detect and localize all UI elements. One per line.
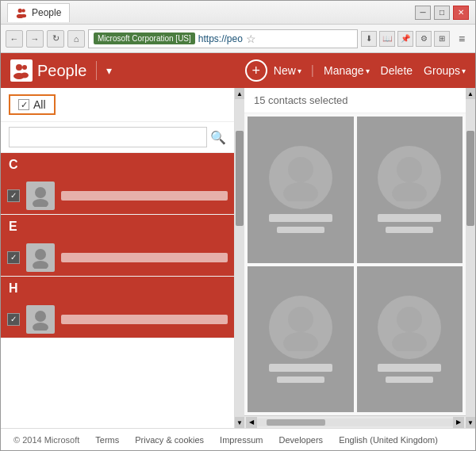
svg-point-10 (35, 249, 46, 260)
forward-button[interactable]: → (26, 30, 44, 48)
tab-title: People (32, 7, 61, 18)
contact-checkbox[interactable]: ✓ (7, 189, 20, 202)
address-bar: ← → ↻ ⌂ Microsoft Corporation [US] https… (1, 25, 475, 53)
right-scroll-up-button[interactable]: ▲ (466, 88, 475, 99)
privacy-link[interactable]: Privacy & cookies (135, 435, 204, 445)
contact-card[interactable] (357, 266, 463, 413)
manage-button[interactable]: Manage ▾ (324, 64, 370, 77)
bookmark-icon[interactable]: ☆ (246, 32, 256, 45)
svg-point-4 (16, 64, 22, 71)
contact-name-bar (61, 253, 228, 262)
browser-tab[interactable]: People (7, 3, 70, 22)
tools-icon[interactable]: ⚙ (416, 31, 432, 47)
avatar-icon (29, 185, 52, 207)
maximize-button[interactable]: □ (434, 6, 450, 20)
layers-icon[interactable]: ⊞ (434, 31, 450, 47)
contact-checkbox[interactable]: ✓ (7, 313, 20, 326)
contact-card[interactable] (248, 117, 354, 263)
footer: © 2014 Microsoft Terms Privacy & cookies… (1, 428, 475, 450)
selected-count: 15 contacts selected (244, 88, 466, 113)
right-scrollbar: ▲ ▼ (466, 88, 475, 428)
scroll-up-button[interactable]: ▲ (235, 88, 244, 99)
check-icon: ✓ (10, 191, 17, 200)
avatar-large-icon (386, 154, 433, 201)
impressum-link[interactable]: Impressum (220, 435, 263, 445)
section-h-header: H (1, 277, 234, 300)
svg-point-5 (22, 65, 27, 70)
main-content: ✓ All 🔍 C ✓ (1, 88, 475, 428)
section-c-header: C (1, 153, 234, 177)
people-tab-icon (16, 7, 27, 18)
close-button[interactable]: ✕ (453, 6, 469, 20)
svg-point-9 (33, 199, 48, 207)
svg-point-14 (288, 157, 313, 182)
h-scroll-thumb[interactable] (267, 419, 325, 426)
right-scrollbar-thumb[interactable] (466, 131, 474, 226)
scrollbar-thumb[interactable] (236, 131, 244, 226)
horizontal-scrollbar: ◀ ▶ (244, 415, 466, 428)
delete-button[interactable]: Delete (381, 64, 413, 77)
h-scroll-left-button[interactable]: ◀ (246, 417, 257, 428)
contact-checkbox[interactable]: ✓ (7, 251, 20, 264)
search-bar: 🔍 (1, 122, 234, 153)
h-scroll-right-button[interactable]: ▶ (453, 417, 464, 428)
avatar (26, 305, 55, 334)
check-icon: ✓ (10, 253, 17, 262)
groups-chevron-icon: ▾ (462, 67, 466, 75)
groups-button[interactable]: Groups ▾ (424, 64, 466, 77)
url-bar[interactable]: Microsoft Corporation [US] https://peo ☆ (88, 29, 358, 48)
svg-point-18 (288, 307, 313, 332)
contact-row[interactable]: ✓ (1, 177, 234, 215)
manage-chevron-icon: ▾ (366, 67, 370, 75)
home-button[interactable]: ⌂ (67, 30, 85, 48)
avatar-large (378, 146, 441, 209)
left-scrollbar: ▲ ▼ (235, 88, 244, 428)
app-title: People (37, 62, 86, 80)
avatar-large (378, 296, 441, 359)
avatar-icon (29, 247, 52, 269)
svg-point-12 (35, 311, 46, 322)
search-button[interactable]: 🔍 (210, 130, 226, 145)
new-button[interactable]: New ▾ (274, 64, 301, 77)
contact-name-bar (61, 315, 228, 324)
right-scroll-down-button[interactable]: ▼ (466, 417, 475, 428)
contact-card[interactable] (248, 266, 354, 413)
app-header: People ▾ + New ▾ | Manage ▾ Delete Group… (1, 53, 475, 88)
section-e-header: E (1, 215, 234, 239)
terms-link[interactable]: Terms (95, 435, 119, 445)
main-window: People ─ □ ✕ ← → ↻ ⌂ Microsoft Corporati… (0, 0, 476, 451)
name-line2 (277, 227, 324, 233)
avatar-large (269, 296, 332, 359)
developers-link[interactable]: Developers (278, 435, 323, 445)
people-logo-svg (13, 62, 30, 79)
refresh-button[interactable]: ↻ (47, 30, 64, 48)
language-link[interactable]: English (United Kingdom) (339, 435, 438, 445)
name-line (378, 214, 441, 222)
secure-label: Microsoft Corporation [US] (94, 32, 195, 44)
all-filter-label: All (33, 98, 46, 111)
new-circle-button[interactable]: + (245, 59, 267, 82)
avatar-large-icon (386, 304, 433, 351)
minimize-button[interactable]: ─ (415, 6, 431, 20)
download-icon[interactable]: ⬇ (361, 31, 377, 47)
scroll-down-button[interactable]: ▼ (235, 417, 244, 428)
back-button[interactable]: ← (6, 30, 23, 48)
logo-icon (10, 59, 33, 82)
new-chevron-icon: ▾ (298, 67, 301, 75)
contact-row[interactable]: ✓ (1, 300, 234, 338)
avatar (26, 182, 55, 210)
avatar-large-icon (277, 304, 324, 351)
reader-icon[interactable]: 📖 (379, 31, 395, 47)
all-checkbox[interactable]: ✓ (18, 99, 29, 110)
pin-icon[interactable]: 📌 (397, 31, 413, 47)
app-dropdown-button[interactable]: ▾ (106, 64, 112, 77)
svg-point-11 (33, 261, 48, 269)
contacts-grid-wrapper: ◀ ▶ (244, 113, 466, 428)
contacts-list: C ✓ E ✓ (1, 153, 234, 428)
search-input[interactable] (9, 127, 207, 147)
menu-button[interactable]: ≡ (453, 30, 470, 48)
all-filter-button[interactable]: ✓ All (9, 94, 56, 115)
contact-card[interactable] (357, 117, 463, 263)
contact-row[interactable]: ✓ (1, 239, 234, 277)
name-line2 (386, 376, 433, 383)
